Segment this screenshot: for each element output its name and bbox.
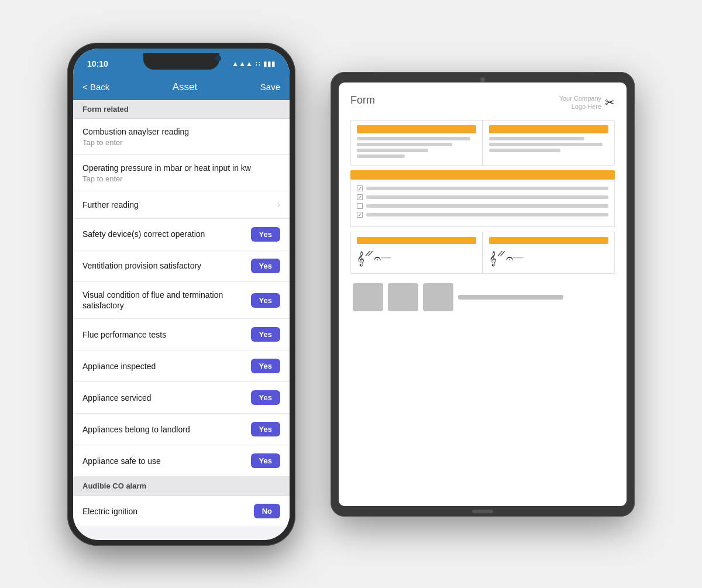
badge-visual-condition[interactable]: Yes	[251, 293, 280, 308]
item-label-appliance-serviced: Appliance serviced	[82, 393, 251, 403]
item-label-combustion: Combustion anaylser reading	[82, 126, 189, 137]
doc-sig-cell-left: 𝄞𝄓𝄐𝄖	[350, 232, 483, 274]
list-item-visual-condition[interactable]: Visual condition of flue and termination…	[73, 282, 290, 319]
phone-content: Form related Combustion anaylser reading…	[73, 100, 290, 540]
item-label-appliance-inspected: Appliance inspected	[82, 361, 251, 372]
phone-notch	[143, 53, 219, 70]
tablet-camera	[480, 77, 485, 82]
badge-appliances-landlord[interactable]: Yes	[251, 422, 280, 436]
badge-safety-devices[interactable]: Yes	[251, 227, 280, 242]
doc-sig-header-left	[357, 237, 476, 244]
doc-header: Form Your Company Logo Here ✂	[350, 94, 615, 111]
save-button[interactable]: Save	[260, 82, 280, 92]
tablet-screen: Form Your Company Logo Here ✂	[339, 82, 627, 506]
list-item-electric-ignition[interactable]: Electric ignition No	[73, 496, 290, 527]
doc-logo-text: Your Company Logo Here	[559, 94, 601, 111]
nav-title: Asset	[173, 81, 198, 93]
doc-line	[366, 213, 608, 216]
item-label-visual-condition: Visual condition of flue and termination…	[82, 290, 251, 311]
doc-sig-cell-right: 𝄞𝄓𝄐𝄖	[483, 232, 615, 274]
doc-sig-grid: 𝄞𝄓𝄐𝄖 𝄞𝄓𝄐𝄖	[350, 232, 615, 274]
chevron-right-icon: ›	[277, 200, 280, 210]
checkbox-1: ✓	[357, 185, 363, 191]
document-container: Form Your Company Logo Here ✂	[339, 82, 627, 506]
status-time: 10:10	[87, 59, 108, 68]
phone-camera	[215, 56, 221, 61]
badge-ventilation[interactable]: Yes	[251, 259, 280, 273]
signature-left: 𝄞𝄓𝄐𝄖	[357, 249, 476, 269]
doc-cell-header-tl	[357, 125, 476, 133]
doc-line	[357, 143, 452, 146]
doc-logo-area: Your Company Logo Here ✂	[559, 94, 615, 111]
list-item-combustion[interactable]: Combustion anaylser reading Tap to enter	[73, 119, 290, 155]
thumbnail-label	[458, 295, 563, 300]
checkbox-2: ✓	[357, 194, 363, 200]
battery-icon: ▮▮▮	[263, 60, 276, 68]
item-label-flue-performance: Flue performance tests	[82, 329, 251, 340]
checkbox-4: ✓	[357, 212, 363, 218]
doc-cell-header-tr	[489, 125, 608, 133]
list-item-safety-devices[interactable]: Safety device(s) correct operation Yes	[73, 219, 290, 250]
doc-line	[357, 154, 405, 158]
wifi-icon: ∷	[256, 60, 260, 68]
doc-line	[489, 137, 584, 140]
list-item-appliances-landlord[interactable]: Appliances belong to landlord Yes	[73, 414, 290, 445]
doc-checkbox-row-3	[357, 203, 608, 209]
badge-appliance-safe[interactable]: Yes	[251, 453, 280, 468]
list-item-appliance-inspected[interactable]: Appliance inspected Yes	[73, 350, 290, 382]
phone-screen: 10:10 ▲▲▲ ∷ ▮▮▮ < Back Asset Save Form r…	[73, 49, 290, 540]
doc-line	[366, 187, 608, 190]
item-label-safety-devices: Safety device(s) correct operation	[82, 229, 251, 239]
doc-checkbox-row-4: ✓	[357, 212, 608, 218]
doc-orange-row	[350, 170, 615, 180]
nav-bar: < Back Asset Save	[73, 74, 290, 100]
thumbnail-3[interactable]	[423, 283, 453, 311]
section-header-form-related: Form related	[73, 100, 290, 119]
item-label-appliance-safe: Appliance safe to use	[82, 456, 251, 466]
tools-icon: ✂	[605, 95, 615, 109]
doc-cell-top-left	[350, 120, 483, 166]
item-label-further-reading: Further reading	[82, 200, 273, 210]
item-label-ventilation: Ventitlation provision satisfactory	[82, 260, 251, 271]
list-item-operating-pressure[interactable]: Operating pressure in mbar or heat input…	[73, 155, 290, 191]
badge-appliance-inspected[interactable]: Yes	[251, 359, 280, 373]
list-item-ventilation[interactable]: Ventitlation provision satisfactory Yes	[73, 250, 290, 282]
item-sub-combustion: Tap to enter	[82, 138, 189, 147]
tablet-device: Form Your Company Logo Here ✂	[331, 72, 635, 517]
item-label-appliances-landlord: Appliances belong to landlord	[82, 424, 251, 435]
doc-line	[366, 204, 608, 208]
badge-appliance-serviced[interactable]: Yes	[251, 390, 280, 405]
signal-icon: ▲▲▲	[232, 60, 253, 68]
list-item-appliance-safe[interactable]: Appliance safe to use Yes	[73, 445, 290, 477]
doc-title: Form	[350, 94, 375, 106]
doc-checkbox-row-1: ✓	[357, 185, 608, 191]
doc-line	[489, 143, 603, 146]
back-button[interactable]: < Back	[82, 82, 109, 92]
checkbox-3	[357, 203, 363, 209]
item-sub-operating-pressure: Tap to enter	[82, 174, 251, 183]
signature-right: 𝄞𝄓𝄐𝄖	[489, 249, 608, 269]
doc-checkbox-section: ✓ ✓ ✓	[350, 180, 615, 227]
doc-sig-header-right	[489, 237, 608, 244]
doc-line	[357, 137, 470, 140]
item-label-electric-ignition: Electric ignition	[82, 506, 254, 517]
doc-line	[489, 149, 560, 152]
doc-line	[357, 149, 428, 152]
badge-flue-performance[interactable]: Yes	[251, 327, 280, 342]
doc-cell-top-right	[483, 120, 615, 166]
thumbnail-1[interactable]	[353, 283, 383, 311]
phone-device: 10:10 ▲▲▲ ∷ ▮▮▮ < Back Asset Save Form r…	[67, 43, 295, 546]
item-label-operating-pressure: Operating pressure in mbar or heat input…	[82, 163, 251, 173]
status-icons: ▲▲▲ ∷ ▮▮▮	[232, 60, 276, 68]
list-item-further-reading[interactable]: Further reading ›	[73, 191, 290, 219]
thumbnail-2[interactable]	[388, 283, 418, 311]
list-item-flue-performance[interactable]: Flue performance tests Yes	[73, 319, 290, 350]
doc-checkbox-row-2: ✓	[357, 194, 608, 200]
doc-top-grid	[350, 120, 615, 166]
badge-electric-ignition[interactable]: No	[254, 504, 280, 518]
doc-thumbnails	[350, 283, 615, 311]
section-header-audible-co: Audible CO alarm	[73, 477, 290, 496]
list-item-appliance-serviced[interactable]: Appliance serviced Yes	[73, 382, 290, 414]
tablet-home-button[interactable]	[472, 510, 493, 513]
doc-line	[366, 195, 608, 199]
